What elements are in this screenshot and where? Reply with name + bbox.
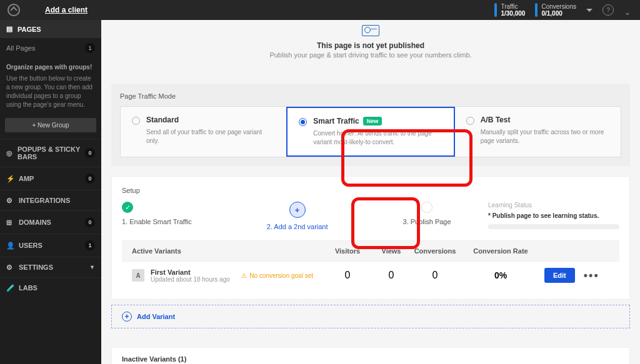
page-preview-icon <box>362 25 379 36</box>
radio-checked-icon <box>299 118 307 126</box>
stats-dropdown-icon[interactable] <box>586 9 592 12</box>
setup-step-3: 3. Publish Page <box>403 202 451 230</box>
plus-icon: + <box>122 312 132 322</box>
edit-variant-button[interactable]: Edit <box>544 268 575 283</box>
setup-title: Setup <box>122 187 619 194</box>
conversions-stat: Conversions 0/1,000 <box>535 3 576 17</box>
variant-row: A First Variant Updated about 18 hours a… <box>122 261 619 289</box>
variant-name[interactable]: First Variant <box>151 268 230 276</box>
sidebar-item-users[interactable]: 👤USERS 1 <box>0 234 101 257</box>
traffic-stat: Traffic 1/30,000 <box>494 3 525 17</box>
warning-icon: ⚠ <box>241 272 247 279</box>
radio-icon <box>466 117 474 125</box>
variants-table-header: Active Variants Visitors Views Conversio… <box>122 240 619 261</box>
learning-status: Learning Status * Publish page to see le… <box>488 202 619 230</box>
user-menu-icon[interactable]: ⌄ <box>624 7 632 13</box>
radio-icon <box>132 117 140 125</box>
traffic-option-abtest[interactable]: A/B Test Manually split your traffic acr… <box>455 107 621 157</box>
logo-icon[interactable] <box>8 4 20 16</box>
sidebar-pages-header[interactable]: ▤ PAGES <box>0 20 101 38</box>
variant-letter-badge: A <box>132 269 144 282</box>
popups-icon: ◎ <box>6 149 12 157</box>
sidebar-item-integrations[interactable]: ⚙INTEGRATIONS <box>0 190 101 210</box>
sidebar-tip: Organize pages with groups! Use the butt… <box>0 58 101 114</box>
sidebar-item-amp[interactable]: ⚡AMP 0 <box>0 167 101 190</box>
sidebar-all-pages[interactable]: All Pages 1 <box>0 38 101 58</box>
not-published-message: This page is not yet published Publish y… <box>111 41 630 59</box>
users-icon: 👤 <box>6 242 14 249</box>
sidebar-item-labs[interactable]: 🧪LABS <box>0 277 101 298</box>
traffic-option-smart[interactable]: Smart Traffic New Convert higher: AI sen… <box>286 107 454 157</box>
domains-icon: ⊞ <box>6 219 14 226</box>
integrations-icon: ⚙ <box>6 197 14 204</box>
amp-icon: ⚡ <box>6 175 14 182</box>
sidebar-item-domains[interactable]: ⊞DOMAINS 0 <box>0 210 101 234</box>
check-icon: ✓ <box>122 202 133 213</box>
labs-icon: 🧪 <box>6 284 14 292</box>
pending-icon <box>421 202 432 213</box>
traffic-option-standard[interactable]: Standard Send all of your traffic to one… <box>121 107 286 157</box>
plus-icon: + <box>289 202 306 218</box>
settings-icon: ⚙ <box>6 263 14 271</box>
pages-icon: ▤ <box>6 25 12 33</box>
chevron-down-icon: ▼ <box>89 264 95 270</box>
new-group-button[interactable]: + New Group <box>5 118 96 132</box>
warning-message: ⚠ No conversion goal set <box>241 272 313 279</box>
help-icon[interactable]: ? <box>602 4 614 16</box>
traffic-mode-title: Page Traffic Mode <box>120 92 621 100</box>
setup-step-1: ✓ 1. Enable Smart Traffic <box>122 202 192 230</box>
sidebar-item-popups[interactable]: ◎POPUPS & STICKY BARS 0 <box>0 139 101 167</box>
add-variant-button[interactable]: + Add Variant <box>111 305 630 328</box>
sidebar: ▤ PAGES All Pages 1 Organize pages with … <box>0 20 101 364</box>
add-client-link[interactable]: Add a client <box>45 6 88 14</box>
more-options-icon[interactable]: ••• <box>578 269 606 282</box>
setup-step-2[interactable]: + 2. Add a 2nd variant <box>267 202 328 230</box>
new-badge: New <box>363 117 382 125</box>
inactive-variants-title: Inactive Variants (1) <box>122 355 619 363</box>
sidebar-item-settings[interactable]: ⚙SETTINGS ▼ <box>0 257 101 277</box>
